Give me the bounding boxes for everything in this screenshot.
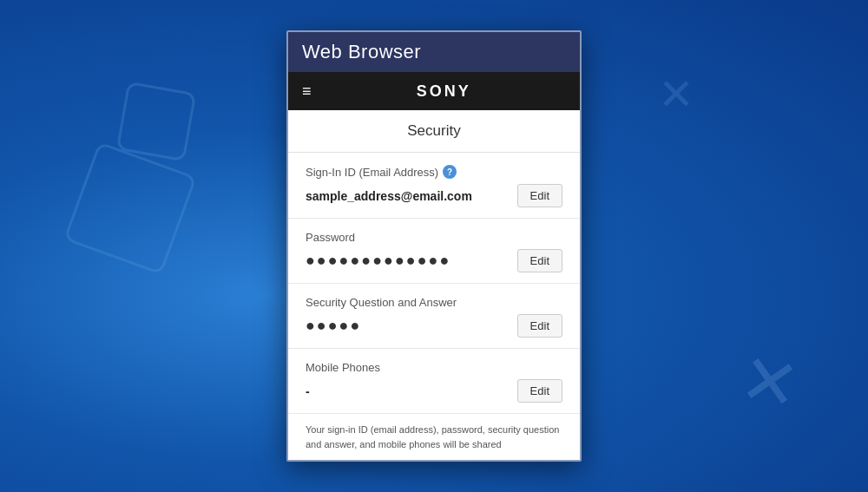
help-icon[interactable]: ? [443,165,457,179]
signin-id-value: sample_address@email.com [306,189,472,203]
footer-text: Your sign-in ID (email address), passwor… [288,414,580,460]
hamburger-icon[interactable]: ≡ [302,83,312,99]
mobile-phones-section: Mobile Phones - Edit [288,349,580,414]
password-label: Password [306,231,562,244]
signin-id-edit-button[interactable]: Edit [517,184,562,207]
signin-id-row: sample_address@email.com Edit [306,184,562,207]
mobile-phones-label: Mobile Phones [306,361,562,374]
security-question-section: Security Question and Answer ●●●●● Edit [288,284,580,349]
signin-id-section: Sign-In ID (Email Address) ? sample_addr… [288,153,580,219]
signin-id-label: Sign-In ID (Email Address) ? [306,165,562,179]
password-section: Password ●●●●●●●●●●●●● Edit [288,219,580,284]
password-edit-button[interactable]: Edit [517,249,562,272]
mobile-phones-row: - Edit [306,379,562,403]
title-bar: Web Browser [288,32,580,72]
browser-window: Web Browser ≡ SONY Security Sign-In ID (… [286,30,582,462]
bg-shape-square2 [116,82,197,162]
sony-logo: SONY [322,82,566,101]
bg-cross-icon: ✕ [733,338,805,427]
page-content: Security Sign-In ID (Email Address) ? sa… [288,110,580,460]
bg-shape-square [63,141,197,275]
security-question-edit-button[interactable]: Edit [517,314,562,338]
mobile-phones-value: - [306,384,310,398]
password-row: ●●●●●●●●●●●●● Edit [306,249,562,272]
security-question-row: ●●●●● Edit [306,314,562,338]
browser-title: Web Browser [302,41,421,62]
password-value: ●●●●●●●●●●●●● [306,252,450,270]
nav-bar: ≡ SONY [288,72,580,110]
security-question-value: ●●●●● [306,317,361,335]
page-title: Security [288,110,580,153]
bg-cross-icon2: ✕ [658,69,694,120]
mobile-phones-edit-button[interactable]: Edit [517,379,562,403]
security-question-label: Security Question and Answer [306,296,562,309]
